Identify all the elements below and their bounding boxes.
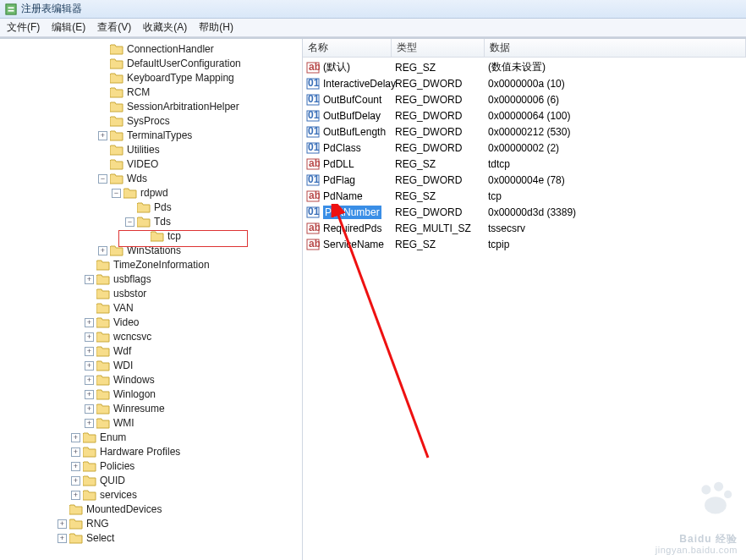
tree-item[interactable]: +Windows [0, 373, 302, 387]
expand-icon[interactable]: + [85, 404, 94, 414]
value-name: PdDLL [323, 158, 395, 170]
value-row[interactable]: abServiceNameREG_SZtcpip [303, 236, 746, 252]
svg-text:ab: ab [309, 238, 320, 250]
tree-item[interactable]: +WDI [0, 359, 302, 373]
tree-item[interactable]: RCM [0, 85, 302, 100]
column-name[interactable]: 名称 [303, 39, 392, 57]
tree-item[interactable]: +Wdf [0, 344, 302, 359]
value-row[interactable]: abRequiredPdsREG_MULTI_SZtssecsrv [303, 220, 746, 236]
expand-icon[interactable]: + [71, 462, 80, 471]
tree-item[interactable]: +Hardware Profiles [0, 445, 302, 459]
value-rows: ab(默认)REG_SZ(数值未设置)011InteractiveDelayRE… [303, 58, 746, 252]
expand-icon[interactable]: + [85, 376, 94, 385]
folder-icon [110, 159, 123, 170]
tree-item-label: Enum [100, 431, 126, 445]
expand-icon[interactable]: + [85, 347, 94, 356]
tree-item-label: TimeZoneInformation [113, 258, 210, 272]
expand-icon[interactable]: + [98, 246, 107, 255]
tree-item[interactable]: SessionArbitrationHelper [0, 100, 302, 114]
collapse-icon[interactable]: − [112, 189, 121, 198]
value-row[interactable]: 011PdClassREG_DWORD0x00000002 (2) [303, 140, 746, 156]
tree-item[interactable]: +Enum [0, 431, 302, 445]
tree-item-label: WMI [113, 416, 134, 431]
tree-item[interactable]: VAN [0, 301, 302, 316]
tree-item[interactable]: VIDEO [0, 157, 302, 172]
folder-icon [83, 432, 96, 443]
tree-item[interactable]: +TerminalTypes [0, 129, 302, 143]
tree-item[interactable]: KeyboardType Mapping [0, 71, 302, 85]
column-type[interactable]: 类型 [392, 39, 485, 57]
tree-item[interactable]: ConnectionHandler [0, 42, 302, 57]
tree-item-label: services [100, 488, 137, 502]
expand-icon[interactable]: + [85, 390, 94, 399]
value-row[interactable]: abPdNameREG_SZtcp [303, 188, 746, 204]
value-row[interactable]: 011InteractiveDelayREG_DWORD0x0000000a (… [303, 75, 746, 91]
menu-help[interactable]: 帮助(H) [199, 20, 233, 35]
value-row[interactable]: 011OutBufLengthREG_DWORD0x00000212 (530) [303, 124, 746, 140]
svg-point-29 [714, 482, 723, 491]
tree-item[interactable]: +Select [0, 531, 302, 546]
string-value-icon: ab [306, 61, 320, 74]
tree-item[interactable]: usbstor [0, 287, 302, 301]
tree-item[interactable]: +wcncsvc [0, 330, 302, 344]
binary-value-icon: 011 [306, 141, 320, 155]
column-data[interactable]: 数据 [485, 39, 746, 57]
folder-icon [96, 346, 110, 357]
expand-icon[interactable]: + [58, 519, 67, 529]
expand-icon[interactable]: + [85, 332, 94, 342]
svg-rect-2 [8, 9, 14, 11]
value-data: tcpip [488, 239, 746, 250]
tree-item[interactable]: +services [0, 488, 302, 502]
tree-item[interactable]: +Winresume [0, 402, 302, 416]
value-row[interactable]: abPdDLLREG_SZtdtcp [303, 156, 746, 172]
tree-item[interactable]: tcp [0, 229, 302, 244]
tree-item[interactable]: +WMI [0, 416, 302, 431]
tree-item[interactable]: +Video [0, 316, 302, 330]
collapse-icon[interactable]: − [125, 217, 134, 227]
collapse-icon[interactable]: − [98, 174, 107, 184]
value-row[interactable]: 011OutBufCountREG_DWORD0x00000006 (6) [303, 91, 746, 107]
menu-file[interactable]: 文件(F) [7, 20, 40, 35]
tree-item[interactable]: +Winlogon [0, 387, 302, 402]
expand-icon[interactable]: + [71, 476, 80, 486]
tree-item[interactable]: +Policies [0, 459, 302, 474]
tree-item[interactable]: −rdpwd [0, 186, 302, 200]
value-row[interactable]: ab(默认)REG_SZ(数值未设置) [303, 59, 746, 75]
tree-item[interactable]: TimeZoneInformation [0, 258, 302, 272]
expand-icon[interactable]: + [71, 447, 80, 457]
tree-item-label: VAN [113, 301, 134, 316]
tree-item-label: SessionArbitrationHelper [127, 100, 239, 114]
tree-item[interactable]: +WinStations [0, 244, 302, 258]
tree-item[interactable]: +RNG [0, 517, 302, 531]
menu-view[interactable]: 查看(V) [97, 20, 131, 35]
expand-icon[interactable]: + [98, 131, 107, 140]
registry-tree[interactable]: ConnectionHandlerDefaultUserConfiguratio… [0, 42, 302, 546]
value-row[interactable]: 011PortNumberREG_DWORD0x00000d3d (3389) [303, 204, 746, 220]
tree-item[interactable]: Utilities [0, 143, 302, 157]
value-type: REG_DWORD [395, 78, 488, 90]
expand-icon[interactable]: + [85, 419, 94, 428]
expand-icon[interactable]: + [71, 433, 80, 442]
tree-item[interactable]: −Tds [0, 215, 302, 229]
menu-favorites[interactable]: 收藏夹(A) [143, 20, 187, 35]
tree-item[interactable]: −Wds [0, 172, 302, 186]
tree-item[interactable]: MountedDevices [0, 502, 302, 517]
menu-edit[interactable]: 编辑(E) [52, 20, 85, 35]
tree-item[interactable]: +QUID [0, 474, 302, 488]
tree-item[interactable]: +usbflags [0, 272, 302, 287]
tree-item[interactable]: DefaultUserConfiguration [0, 57, 302, 71]
expand-icon[interactable]: + [85, 275, 94, 284]
toggle-spacer [98, 160, 107, 169]
tree-pane[interactable]: ConnectionHandlerDefaultUserConfiguratio… [0, 39, 303, 560]
expand-icon[interactable]: + [85, 318, 94, 327]
values-pane[interactable]: 名称 类型 数据 ab(默认)REG_SZ(数值未设置)011Interacti… [303, 39, 746, 560]
value-type: REG_DWORD [395, 94, 488, 106]
expand-icon[interactable]: + [58, 534, 67, 543]
tree-item[interactable]: SysProcs [0, 114, 302, 129]
expand-icon[interactable]: + [71, 491, 80, 500]
value-row[interactable]: 011OutBufDelayREG_DWORD0x00000064 (100) [303, 107, 746, 124]
expand-icon[interactable]: + [85, 361, 94, 371]
svg-text:011: 011 [308, 206, 320, 217]
value-row[interactable]: 011PdFlagREG_DWORD0x0000004e (78) [303, 172, 746, 188]
tree-item[interactable]: Pds [0, 200, 302, 215]
